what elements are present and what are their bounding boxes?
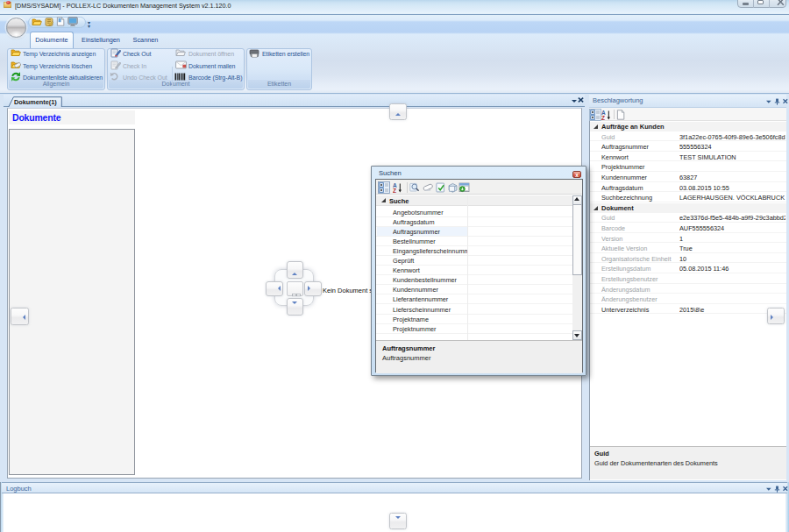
- svg-text:Z: Z: [601, 115, 605, 120]
- svg-text:Z: Z: [393, 188, 396, 193]
